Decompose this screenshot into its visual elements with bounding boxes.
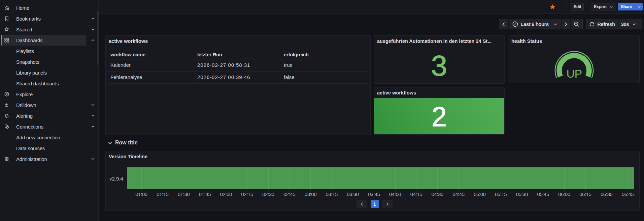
svg-text:UP: UP [566, 67, 582, 80]
